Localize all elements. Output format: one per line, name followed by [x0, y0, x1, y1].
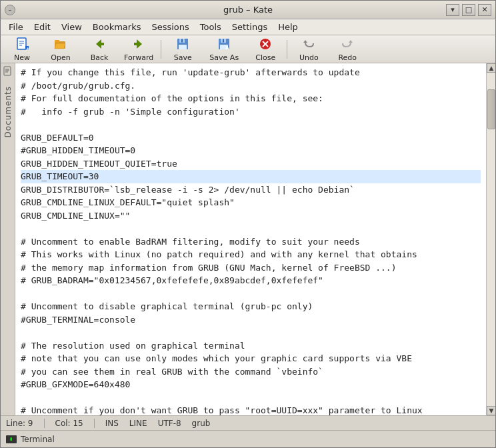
main-area: Documents # If you change this file, run… [1, 63, 495, 415]
editor-line: #GRUB_TERMINAL=console [21, 313, 481, 327]
side-panel: Documents [1, 63, 15, 415]
editor-line [21, 326, 481, 339]
scrollbar-arrow-up[interactable]: ▲ [487, 63, 495, 73]
documents-icon [3, 66, 13, 77]
svg-text:+: + [27, 46, 29, 50]
main-window: – grub – Kate ▾ □ ✕ File Edit View Bookm… [0, 0, 496, 448]
editor-line: # Uncomment to disable graphical termina… [21, 300, 481, 313]
scrollbar-arrow-down[interactable]: ▼ [487, 406, 495, 415]
titlebar-left: – [5, 5, 15, 15]
toolbar-sep-2 [287, 40, 287, 59]
terminal-icon: ▮ [6, 435, 17, 443]
editor-line: GRUB_TIMEOUT=30 [21, 170, 481, 183]
window-title: grub – Kate [223, 5, 273, 15]
editor-line: # If you change this file, run 'update-g… [21, 66, 481, 79]
statusbar-sep-1 [44, 419, 45, 428]
back-icon [92, 37, 107, 53]
editor-line: # For full documentation of the options … [21, 92, 481, 105]
editor-line: GRUB_DEFAULT=0 [21, 131, 481, 145]
svg-marker-8 [96, 39, 101, 49]
toolbar-sep-1 [161, 40, 161, 59]
menu-edit[interactable]: Edit [29, 21, 56, 33]
new-label: New [14, 54, 30, 61]
toolbar: + New Open Back Forward [1, 35, 495, 63]
editor-line: # This works with Linux (no patch requir… [21, 248, 481, 261]
new-button[interactable]: + New [3, 37, 41, 61]
editor-line: GRUB_CMDLINE_LINUX="" [21, 209, 481, 223]
titlebar: – grub – Kate ▾ □ ✕ [1, 1, 495, 19]
editor-line: # note that you can use only modes which… [21, 352, 481, 365]
scrollbar[interactable]: ▲ ▼ [486, 63, 495, 415]
forward-button[interactable]: Forward [119, 37, 158, 61]
editor-wrapper: # If you change this file, run 'update-g… [15, 63, 486, 415]
window-ctrl-maximize[interactable]: □ [462, 4, 475, 16]
editor-line: # Uncomment if you don't want GRUB to pa… [21, 404, 481, 415]
titlebar-minimize[interactable]: – [5, 5, 15, 15]
status-ins: INS [105, 419, 119, 428]
editor-line: # the memory map information from GRUB (… [21, 261, 481, 275]
window-ctrl-close[interactable]: ✕ [478, 4, 491, 16]
undo-icon [301, 37, 316, 53]
redo-icon [340, 37, 355, 53]
scrollbar-thumb[interactable] [487, 89, 495, 129]
status-syntax: grub [192, 419, 211, 428]
svg-rect-11 [134, 43, 137, 45]
svg-rect-15 [181, 39, 183, 43]
editor-line [21, 391, 481, 405]
close-file-label: Close [255, 54, 275, 61]
editor-line: GRUB_HIDDEN_TIMEOUT_QUIET=true [21, 157, 481, 171]
back-label: Back [91, 54, 109, 61]
scrollbar-track[interactable] [487, 73, 495, 406]
svg-rect-19 [223, 39, 224, 43]
menu-settings[interactable]: Settings [227, 21, 273, 33]
status-col: Col: 15 [55, 419, 83, 428]
status-line-mode: LINE [129, 419, 147, 428]
editor-line: #GRUB_HIDDEN_TIMEOUT=0 [21, 144, 481, 157]
status-line: Line: 9 [6, 419, 33, 428]
editor-line: # info -f grub -n 'Simple configuration' [21, 105, 481, 119]
editor-line [21, 287, 481, 301]
save-icon [175, 37, 190, 53]
back-button[interactable]: Back [81, 37, 118, 61]
svg-rect-7 [55, 40, 59, 43]
new-icon: + [15, 37, 29, 53]
forward-icon [131, 37, 146, 53]
window-ctrl-minimize[interactable]: ▾ [446, 4, 459, 16]
editor-line: #GRUB_GFXMODE=640x480 [21, 378, 481, 391]
undo-button[interactable]: Undo [290, 37, 327, 61]
editor[interactable]: # If you change this file, run 'update-g… [15, 63, 486, 415]
saveas-icon: A [217, 37, 231, 53]
menu-bookmarks[interactable]: Bookmarks [87, 21, 147, 33]
undo-label: Undo [299, 54, 319, 61]
open-icon [53, 37, 68, 53]
editor-line: GRUB_DISTRIBUTOR=`lsb_release -i -s 2> /… [21, 183, 481, 197]
menubar: File Edit View Bookmarks Sessions Tools … [1, 19, 495, 35]
editor-line: # GRUB_BADRAM="0x01234567,0xfefefefe,0x8… [21, 274, 481, 287]
redo-button[interactable]: Redo [329, 37, 366, 61]
editor-line [21, 118, 481, 131]
menu-sessions[interactable]: Sessions [146, 21, 194, 33]
terminal-label[interactable]: Terminal [21, 435, 55, 444]
editor-line [21, 222, 481, 235]
svg-rect-14 [179, 45, 187, 49]
menu-tools[interactable]: Tools [195, 21, 227, 33]
menu-file[interactable]: File [3, 21, 29, 33]
bottombar: ▮ Terminal [1, 430, 495, 447]
editor-line: # Uncomment to enable BadRAM filtering, … [21, 235, 481, 249]
menu-view[interactable]: View [56, 21, 87, 33]
side-panel-label: Documents [3, 86, 13, 137]
editor-line: # you can see them in real GRUB with the… [21, 365, 481, 379]
statusbar-sep-2 [94, 419, 95, 428]
saveas-button[interactable]: A Save As [203, 37, 245, 61]
save-button[interactable]: Save [164, 37, 201, 61]
svg-text:A: A [225, 45, 229, 51]
editor-line: # The resolution used on graphical termi… [21, 339, 481, 353]
close-file-icon [258, 37, 273, 53]
close-file-button[interactable]: Close [247, 37, 284, 61]
titlebar-right: ▾ □ ✕ [446, 4, 491, 16]
open-button[interactable]: Open [42, 37, 79, 61]
menu-help[interactable]: Help [273, 21, 303, 33]
status-encoding: UTF-8 [158, 419, 181, 428]
save-label: Save [174, 54, 192, 61]
saveas-label: Save As [209, 54, 239, 61]
